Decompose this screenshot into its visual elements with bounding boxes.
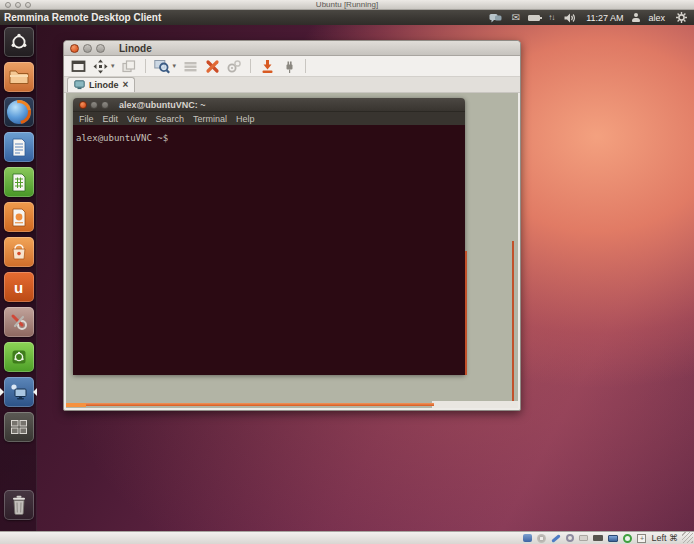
battery-icon[interactable] xyxy=(528,15,540,21)
volume-icon[interactable] xyxy=(562,10,578,26)
resize-grip[interactable] xyxy=(682,532,693,543)
zoom-dropdown-caret[interactable]: ▾ xyxy=(173,62,177,70)
trash-icon xyxy=(4,490,34,520)
launcher-item-firefox[interactable] xyxy=(0,97,37,128)
tab-label: Linode xyxy=(89,80,119,90)
terminal-titlebar[interactable]: alex@ubuntuVNC: ~ xyxy=(73,98,465,112)
remmina-icon xyxy=(4,377,34,407)
hard-disk-icon[interactable] xyxy=(523,534,532,542)
optical-disc-icon[interactable] xyxy=(537,534,546,543)
features-icon[interactable] xyxy=(623,534,632,543)
launcher-item-package-manager[interactable] xyxy=(0,342,37,373)
terminal-title: alex@ubuntuVNC: ~ xyxy=(119,100,206,110)
launcher-item-files[interactable] xyxy=(0,62,37,93)
terminal-content[interactable]: alex@ubuntuVNC ~$ xyxy=(73,125,465,375)
launcher-item-dash-home[interactable] xyxy=(0,27,37,58)
network-traffic-icon[interactable]: ↑↓ xyxy=(548,13,554,22)
desktop-wallpaper: u xyxy=(0,25,694,531)
firefox-icon xyxy=(4,97,34,127)
shared-folders-icon[interactable] xyxy=(579,535,588,541)
host-key-state-icon: + xyxy=(637,534,646,543)
vnc-viewport[interactable]: alex@ubuntuVNC: ~ File Edit View Search … xyxy=(66,93,518,408)
viewport-bottom-accent xyxy=(66,403,434,406)
network-icon[interactable] xyxy=(593,535,603,541)
maximize-button[interactable] xyxy=(96,44,105,53)
toolbar-separator xyxy=(250,59,251,73)
close-button[interactable] xyxy=(70,44,79,53)
viewport-right-accent xyxy=(512,241,514,401)
terminal-minimize-button[interactable] xyxy=(90,101,98,109)
launcher-item-ubuntu-one[interactable]: u xyxy=(0,272,37,303)
libreoffice-writer-icon xyxy=(4,132,34,162)
virtualbox-screen: Ubuntu [Running] Remmina Remote Desktop … xyxy=(0,0,694,544)
host-zoom-button[interactable] xyxy=(25,2,31,8)
launcher-item-libreoffice-writer[interactable] xyxy=(0,132,37,163)
launcher-item-system-settings[interactable] xyxy=(0,307,37,338)
usb-icon[interactable] xyxy=(566,534,574,542)
ubuntu-one-icon: u xyxy=(4,272,34,302)
viewport-bottom-gap xyxy=(432,401,518,408)
launcher-item-ubuntu-software-center[interactable] xyxy=(0,237,37,268)
audio-icon[interactable] xyxy=(552,534,562,543)
ubuntu-top-panel: Remmina Remote Desktop Client ✉ ↑↓ 11:27… xyxy=(0,10,694,25)
clock[interactable]: 11:27 AM xyxy=(586,13,623,23)
fullscreen-icon[interactable] xyxy=(70,58,86,74)
pan-dropdown-caret[interactable]: ▾ xyxy=(111,62,115,70)
remmina-window-title: Linode xyxy=(119,43,152,54)
pan-icon[interactable] xyxy=(92,58,108,74)
host-minimize-button[interactable] xyxy=(15,2,21,8)
remmina-titlebar[interactable]: Linode xyxy=(64,41,520,56)
virtualbox-statusbar: + Left ⌘ xyxy=(0,531,694,544)
host-window-controls xyxy=(5,2,31,8)
libreoffice-calc-icon xyxy=(4,167,34,197)
launcher-item-libreoffice-calc[interactable] xyxy=(0,167,37,198)
indicator-tray: ✉ ↑↓ 11:27 AM alex xyxy=(488,10,694,26)
launcher-item-libreoffice-impress[interactable] xyxy=(0,202,37,233)
remmina-window: Linode ▾ ▾ xyxy=(63,40,521,411)
resolution-icon xyxy=(182,58,198,74)
statusbar-device-icons: + Left ⌘ xyxy=(523,533,694,543)
tab-linode[interactable]: Linode × xyxy=(67,77,135,92)
remote-terminal-window: alex@ubuntuVNC: ~ File Edit View Search … xyxy=(73,98,465,375)
messaging-icon[interactable] xyxy=(488,10,504,26)
username[interactable]: alex xyxy=(648,13,665,23)
menu-file[interactable]: File xyxy=(79,114,94,124)
duplicate-connection-icon xyxy=(121,58,137,74)
menu-help[interactable]: Help xyxy=(236,114,255,124)
host-window-title: Ubuntu [Running] xyxy=(0,0,694,9)
tools-icon[interactable] xyxy=(204,58,220,74)
host-close-button[interactable] xyxy=(5,2,11,8)
display-icon[interactable] xyxy=(608,535,618,542)
workspace-switcher-icon xyxy=(4,412,34,442)
zoom-icon[interactable] xyxy=(154,58,170,74)
gears-icon xyxy=(226,58,242,74)
files-folder-icon xyxy=(4,62,34,92)
software-center-bag-icon xyxy=(4,237,34,267)
launcher-item-remmina[interactable] xyxy=(0,377,37,408)
system-settings-icon xyxy=(4,307,34,337)
user-icon[interactable] xyxy=(631,13,640,22)
disconnect-icon[interactable] xyxy=(259,58,275,74)
launcher-item-workspace-switcher[interactable] xyxy=(0,412,37,443)
terminal-edge-accent xyxy=(465,251,467,375)
menu-edit[interactable]: Edit xyxy=(103,114,119,124)
tab-close-icon[interactable]: × xyxy=(123,80,129,90)
terminal-maximize-button[interactable] xyxy=(101,101,109,109)
remmina-tabbar: Linode × xyxy=(64,77,520,93)
terminal-close-button[interactable] xyxy=(79,101,87,109)
mail-icon[interactable]: ✉ xyxy=(512,13,520,23)
remmina-toolbar: ▾ ▾ xyxy=(64,56,520,77)
minimize-button[interactable] xyxy=(83,44,92,53)
session-gear-icon[interactable] xyxy=(673,10,689,26)
menu-search[interactable]: Search xyxy=(155,114,184,124)
menu-view[interactable]: View xyxy=(127,114,146,124)
focused-indicator-arrow xyxy=(33,388,37,396)
plug-icon[interactable] xyxy=(281,58,297,74)
host-key-label: Left ⌘ xyxy=(651,533,678,543)
menu-terminal[interactable]: Terminal xyxy=(193,114,227,124)
terminal-menubar: File Edit View Search Terminal Help xyxy=(73,112,465,125)
launcher-item-trash[interactable] xyxy=(0,490,37,521)
viewport-bottom-smudge xyxy=(66,403,86,407)
terminal-prompt: alex@ubuntuVNC ~$ xyxy=(76,133,168,143)
running-indicator-arrow xyxy=(0,388,4,396)
